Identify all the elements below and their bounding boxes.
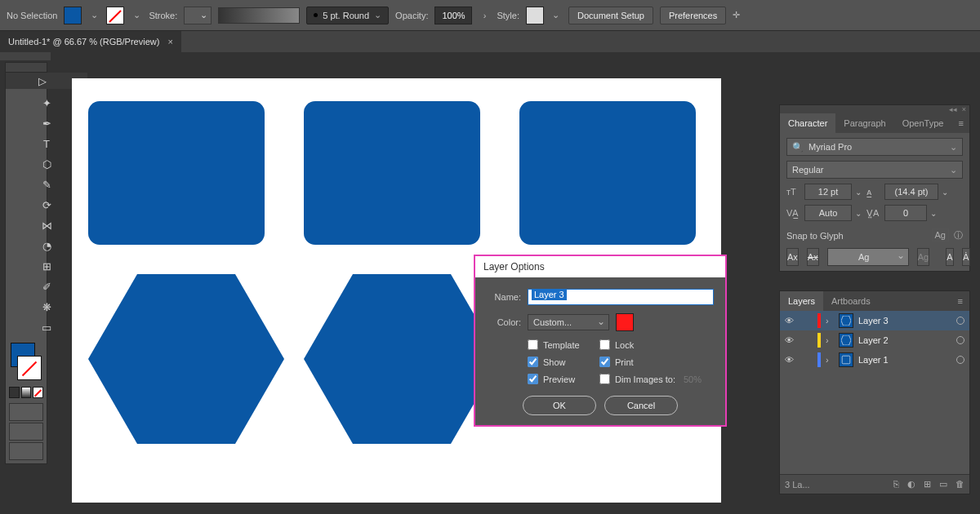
draw-normal[interactable] — [9, 403, 43, 421]
brush-dropdown[interactable]: 5 pt. Round⌄ — [306, 7, 389, 24]
kerning-icon: VA̲ — [786, 208, 801, 219]
name-label: Name: — [487, 292, 521, 302]
layers-menu-icon[interactable]: ≡ — [951, 291, 969, 311]
dim-percent: 50% — [684, 374, 702, 384]
visibility-icon[interactable]: 👁 — [785, 355, 798, 365]
glyph-baseline[interactable]: Ax — [786, 248, 799, 266]
svg-rect-2 — [842, 356, 850, 364]
style-swatch[interactable] — [526, 7, 544, 24]
layer-name[interactable]: Layer 3 — [858, 316, 951, 326]
document-tab-title: Untitled-1* @ 66.67 % (RGB/Preview) — [8, 37, 159, 47]
layer-name-input[interactable]: Layer 3 — [528, 289, 714, 305]
tab-character[interactable]: Character — [780, 113, 835, 133]
color-mode-swatches[interactable] — [6, 385, 47, 400]
info-icon[interactable]: ⓘ — [954, 230, 963, 240]
print-checkbox[interactable]: Print — [599, 357, 714, 367]
screen-mode[interactable] — [9, 442, 43, 460]
new-sublayer-icon[interactable]: ⊞ — [924, 479, 931, 490]
locate-icon[interactable]: ⎘ — [893, 479, 899, 490]
layer-row[interactable]: 👁 › Layer 2 — [780, 330, 969, 350]
tracking-input[interactable]: 0 — [884, 205, 927, 221]
layers-panel: Layers Artboards ≡ 👁 › Layer 3 👁 › Layer… — [779, 290, 970, 494]
expand-icon[interactable]: › — [826, 335, 834, 345]
ok-button[interactable]: OK — [523, 396, 596, 415]
clip-mask-icon[interactable]: ◐ — [907, 479, 915, 490]
close-tab-icon[interactable]: × — [167, 37, 172, 47]
opacity-chevron-icon[interactable]: › — [479, 7, 490, 24]
opacity-value[interactable]: 100% — [434, 7, 472, 24]
track-dd-icon[interactable]: ⌄ — [930, 209, 937, 218]
tab-layers[interactable]: Layers — [780, 291, 823, 311]
hexagon-1[interactable] — [88, 274, 284, 444]
glyph-bounds[interactable]: Ag — [917, 248, 929, 266]
font-search[interactable]: 🔍Myriad Pro⌄ — [786, 138, 963, 156]
leading-dd-icon[interactable]: ⌄ — [942, 188, 948, 197]
fill-swatch[interactable] — [64, 7, 82, 24]
leading-input[interactable]: (14.4 pt) — [884, 184, 938, 200]
stroke-dropdown-icon[interactable]: ⌄ — [131, 7, 142, 24]
target-icon[interactable] — [956, 356, 964, 364]
kerning-input[interactable]: Auto — [804, 205, 852, 221]
glyph-badge-icon[interactable]: Ag — [932, 228, 949, 241]
font-style-select[interactable]: Regular⌄ — [786, 161, 963, 179]
layer-row[interactable]: 👁 › Layer 1 — [780, 350, 969, 370]
preview-checkbox[interactable]: Preview — [528, 374, 593, 384]
tab-paragraph[interactable]: Paragraph — [835, 113, 893, 133]
template-checkbox[interactable]: Template — [528, 339, 593, 350]
delete-layer-icon[interactable]: 🗑 — [956, 479, 964, 490]
rounded-rect-1[interactable] — [88, 101, 265, 245]
glyph-angular[interactable]: A — [946, 248, 953, 266]
font-size-input[interactable]: 12 pt — [804, 184, 852, 200]
glyph-xheight[interactable]: Ax — [807, 248, 819, 266]
brush-label: 5 pt. Round — [323, 11, 369, 20]
size-dd-icon[interactable]: ⌄ — [855, 188, 862, 197]
target-icon[interactable] — [956, 336, 964, 344]
document-tab[interactable]: Untitled-1* @ 66.67 % (RGB/Preview) × — [0, 31, 181, 52]
tab-artboards[interactable]: Artboards — [823, 291, 879, 311]
expand-icon[interactable]: › — [826, 355, 834, 365]
target-icon[interactable] — [956, 317, 964, 325]
document-setup-button[interactable]: Document Setup — [568, 7, 653, 24]
rounded-rect-2[interactable] — [304, 101, 480, 245]
stroke-box[interactable] — [17, 356, 42, 380]
stroke-weight-dropdown[interactable]: ⌄ — [184, 7, 212, 24]
tab-opentype[interactable]: OpenType — [894, 113, 952, 133]
close-panel-icon[interactable]: × — [962, 105, 966, 113]
layer-row[interactable]: 👁 › Layer 3 — [780, 311, 969, 330]
expand-icon[interactable]: › — [826, 316, 834, 326]
toolbox-tab-handle — [0, 52, 51, 60]
profile-dropdown[interactable] — [218, 7, 300, 24]
new-layer-icon[interactable]: ▭ — [939, 479, 947, 490]
panel-menu-icon[interactable]: ≡ — [951, 113, 969, 133]
draw-behind[interactable] — [9, 423, 43, 441]
visibility-icon[interactable]: 👁 — [785, 335, 798, 345]
panel-handle[interactable]: ◂◂× — [780, 105, 969, 113]
fill-dropdown-icon[interactable]: ⌄ — [88, 7, 100, 24]
control-bar: No Selection ⌄ ⌄ Stroke: ⌄ 5 pt. Round⌄ … — [0, 0, 980, 31]
dim-images-checkbox[interactable]: Dim Images to:50% — [599, 374, 714, 384]
style-chevron-icon[interactable]: ⌄ — [550, 7, 562, 24]
glyph-anchor[interactable]: Ȧ — [962, 248, 970, 266]
rounded-rect-3[interactable] — [519, 101, 696, 245]
layer-thumb — [839, 313, 853, 328]
stroke-swatch[interactable] — [106, 7, 124, 24]
layer-name[interactable]: Layer 1 — [858, 355, 951, 365]
lock-checkbox[interactable]: Lock — [599, 339, 714, 350]
kern-dd-icon[interactable]: ⌄ — [855, 209, 862, 218]
align-icon[interactable]: ✛ — [733, 10, 740, 20]
show-checkbox[interactable]: Show — [528, 357, 593, 367]
layer-thumb — [839, 352, 853, 367]
hexagon-2[interactable] — [304, 274, 500, 444]
layer-color-select[interactable]: Custom... — [528, 314, 609, 330]
layer-color-swatch[interactable] — [616, 313, 634, 331]
visibility-icon[interactable]: 👁 — [785, 316, 798, 326]
search-icon: 🔍 — [792, 142, 804, 153]
glyph-capheight[interactable]: Ag — [827, 248, 909, 266]
layer-color-bar — [817, 352, 821, 367]
fill-stroke-control[interactable] — [9, 341, 43, 382]
layer-name[interactable]: Layer 2 — [858, 335, 951, 345]
preferences-button[interactable]: Preferences — [660, 7, 726, 24]
layer-thumb — [839, 333, 853, 348]
cancel-button[interactable]: Cancel — [604, 396, 678, 415]
toolbox-header[interactable] — [6, 63, 47, 73]
